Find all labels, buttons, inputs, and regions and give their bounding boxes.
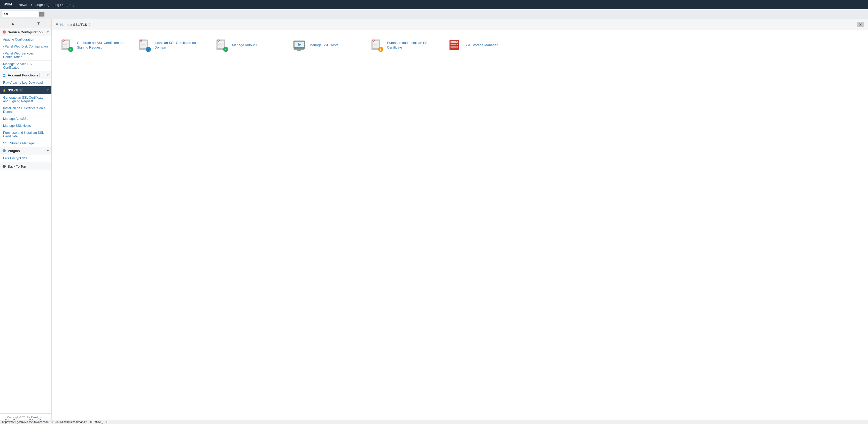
sidebar-item-ssl-storage-manager[interactable]: SSL Storage Manager (0, 140, 52, 147)
svg-text:✓: ✓ (69, 48, 71, 51)
section-header-plugins[interactable]: ● Plugins ▼ (0, 147, 52, 155)
card-manage-ssl-hosts[interactable]: Manage SSL Hosts (289, 35, 362, 55)
breadcrumb-home[interactable]: Home (60, 23, 69, 27)
section-chevron: ▼ (46, 74, 49, 77)
card-label-manage-ssl-hosts: Manage SSL Hosts (309, 43, 338, 47)
help-icon[interactable]: ? (89, 23, 91, 27)
menu-icon[interactable]: ≡ (56, 22, 58, 27)
section-chevron: ▼ (46, 30, 49, 34)
sidebar-item-install-ssl[interactable]: Install an SSL Certificate on a Domain (0, 105, 52, 116)
svg-point-60 (456, 46, 457, 47)
svg-point-58 (456, 41, 457, 42)
layout: ▲ ▼ ⚙ Service Configuration ▼ Apache Con… (0, 19, 868, 424)
copyright-text: Copyright© 2019 (7, 416, 29, 419)
sidebar-down-button[interactable]: ▼ (26, 19, 52, 28)
back-to-top[interactable]: ↑ Back To Top (0, 162, 52, 170)
sidebar-item-lets-encrypt[interactable]: Lets Encrypt SSL (0, 155, 52, 162)
cpanel-link[interactable]: cPanel, Inc. (29, 416, 44, 419)
card-ssl-storage-manager[interactable]: SSL Storage Manager (444, 35, 517, 55)
nav-news[interactable]: News (19, 3, 27, 7)
card-label-generate-ssl: Generate an SSL Certificate and Signing … (77, 40, 127, 50)
sidebar-item-raw-apache-log[interactable]: Raw Apache Log Download (0, 79, 52, 86)
svg-rect-40 (294, 49, 304, 50)
back-to-top-label: Back To Top (8, 164, 26, 168)
card-label-purchase-ssl: Purchase and Install an SSL Certificate (387, 40, 437, 50)
account-functions-icon (2, 73, 6, 77)
sidebar-item-cpanel-web-disk[interactable]: cPanel Web Disk Configuration (0, 43, 52, 50)
whm-logo: WHM (3, 1, 13, 8)
card-icon-generate-ssl: ★ ✓ (59, 38, 74, 53)
card-install-ssl[interactable]: ★ ↓ Install an SSL Certificate on a Doma… (134, 35, 207, 55)
card-grid: ★ ✓ Generate an SSL Certificate and Sign… (52, 30, 868, 60)
svg-text:$: $ (380, 48, 381, 51)
section-header-service-configuration[interactable]: ⚙ Service Configuration ▼ (0, 28, 52, 36)
section-label-account-functions: Account Functions (8, 73, 38, 77)
section-chevron: ▼ (46, 149, 49, 152)
close-button[interactable]: ✕ (857, 22, 864, 27)
plugins-icon: ● (2, 149, 6, 153)
svg-text:✓: ✓ (224, 48, 226, 51)
svg-point-59 (456, 44, 457, 45)
service-config-icon: ⚙ (2, 30, 6, 34)
svg-text:WHM: WHM (4, 2, 12, 6)
status-bar: https://srv1.gesuvive.it:2087/cpsess6277… (0, 420, 868, 424)
breadcrumb-current: SSL/TLS (73, 23, 87, 27)
card-icon-purchase-ssl: ★ $ (369, 38, 384, 53)
svg-text:↑: ↑ (3, 165, 4, 168)
card-icon-install-ssl: ★ ↓ (137, 38, 151, 53)
section-label-service-configuration: Service Configuration (8, 30, 43, 34)
card-label-ssl-storage-manager: SSL Storage Manager (464, 43, 498, 47)
top-nav: WHM News Change Log Log Out (root) (0, 0, 868, 9)
nav-changelog[interactable]: Change Log (31, 3, 50, 7)
back-to-top-icon: ↑ (2, 164, 6, 168)
sidebar-item-generate-ssl[interactable]: Generate an SSL Certificate and Signing … (0, 94, 52, 105)
section-header-account-functions[interactable]: Account Functions ▼ (0, 71, 52, 79)
card-label-manage-autossl: Manage AutoSSL (232, 43, 258, 47)
section-label-ssl-tls: SSL/TLS (8, 88, 22, 92)
sidebar-nav-controls: ▲ ▼ (0, 19, 52, 28)
svg-rect-42 (295, 47, 303, 48)
card-label-install-ssl: Install an SSL Certificate on a Domain (154, 40, 204, 50)
card-purchase-ssl[interactable]: ★ $ Purchase and Install an SSL Certific… (367, 35, 439, 55)
separator (21, 149, 21, 153)
section-header-ssl-tls[interactable]: 🔒 SSL/TLS ▼ (0, 86, 52, 94)
status-url: https://srv1.gesuvive.it:2087/cpsess6277… (2, 420, 108, 423)
section-label-plugins: Plugins (8, 149, 20, 153)
card-manage-autossl[interactable]: ★ ✓ Manage AutoSSL (212, 35, 284, 55)
search-input[interactable] (2, 11, 38, 17)
sidebar-item-apache-configuration[interactable]: Apache Configuration (0, 36, 52, 43)
card-icon-manage-ssl-hosts (292, 38, 306, 53)
sidebar: ▲ ▼ ⚙ Service Configuration ▼ Apache Con… (0, 19, 52, 424)
breadcrumb: ≡ Home » SSL/TLS ? ✕ (52, 19, 868, 30)
search-clear-button[interactable]: ✕ (39, 12, 44, 17)
ssl-tls-icon: 🔒 (2, 88, 6, 92)
svg-point-44 (299, 43, 300, 44)
section-chevron: ▼ (46, 89, 49, 92)
breadcrumb-separator: » (70, 23, 72, 27)
main-content: ≡ Home » SSL/TLS ? ✕ ★ (52, 19, 868, 424)
svg-point-4 (3, 74, 5, 75)
search-bar: ✕ (0, 9, 868, 19)
nav-logout[interactable]: Log Out (root) (54, 3, 74, 7)
svg-text:●: ● (3, 150, 4, 152)
sidebar-item-manage-service-ssl[interactable]: Manage Service SSL Certificates (0, 61, 52, 71)
svg-text:⚙: ⚙ (3, 31, 5, 34)
card-generate-ssl[interactable]: ★ ✓ Generate an SSL Certificate and Sign… (57, 35, 129, 55)
sidebar-item-manage-autossl[interactable]: Manage AutoSSL (0, 116, 52, 122)
svg-rect-41 (297, 50, 301, 51)
svg-text:↓: ↓ (147, 48, 149, 52)
sidebar-item-cpanel-web-services[interactable]: cPanel Web Services Configuration (0, 50, 52, 61)
card-icon-ssl-storage-manager (447, 38, 461, 53)
sidebar-item-purchase-ssl[interactable]: Purchase and Install an SSL Certificate (0, 129, 52, 140)
card-icon-manage-autossl: ★ ✓ (214, 38, 229, 53)
sidebar-up-button[interactable]: ▲ (0, 19, 26, 28)
sidebar-item-manage-ssl-hosts[interactable]: Manage SSL Hosts (0, 122, 52, 129)
svg-text:🔒: 🔒 (3, 89, 6, 92)
